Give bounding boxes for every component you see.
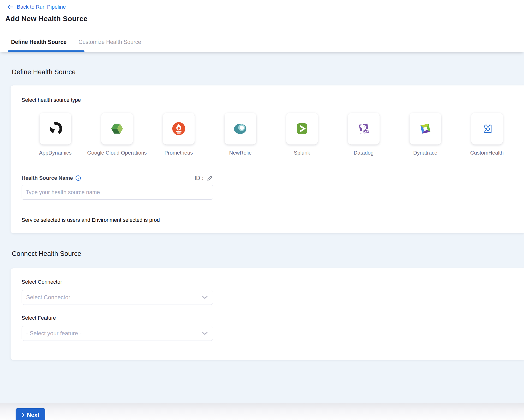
- chevron-down-icon: [202, 296, 208, 299]
- back-arrow-icon: [8, 4, 14, 9]
- datadog-tile[interactable]: [348, 113, 380, 144]
- header-top: Back to Run Pipeline Add New Health Sour…: [0, 0, 524, 32]
- tile-label: NewRelic: [229, 150, 252, 156]
- google-cloud-operations-tile[interactable]: [101, 113, 133, 144]
- feature-placeholder: - Select your feature -: [26, 330, 82, 337]
- newrelic-tile[interactable]: [225, 113, 256, 144]
- tile-label: Google Cloud Operations: [87, 150, 147, 156]
- splunk-icon: [294, 121, 310, 136]
- tile-label: AppDynamics: [39, 150, 72, 156]
- tile-label: Datadog: [354, 150, 374, 156]
- footer-bar: Next: [0, 403, 524, 420]
- dynatrace-tile[interactable]: [410, 113, 441, 144]
- prometheus-icon: [171, 121, 186, 136]
- tile-label: Splunk: [294, 150, 310, 156]
- select-feature-label: Select Feature: [22, 315, 524, 321]
- define-health-source-card: Select health source type AppDynamics: [10, 86, 524, 233]
- back-link-label: Back to Run Pipeline: [17, 4, 66, 10]
- chevron-down-icon: [202, 332, 208, 335]
- info-icon[interactable]: [75, 175, 81, 181]
- select-connector-label: Select Connector: [22, 279, 524, 285]
- google-cloud-operations-icon: [110, 122, 124, 136]
- appdynamics-icon: [47, 121, 63, 137]
- tile-label: Dynatrace: [413, 150, 437, 156]
- customhealth-icon: [479, 121, 495, 136]
- source-type-dynatrace[interactable]: Dynatrace: [394, 113, 456, 156]
- page-title: Add New Health Source: [5, 15, 524, 23]
- feature-dropdown[interactable]: - Select your feature -: [22, 326, 213, 341]
- prometheus-tile[interactable]: [163, 113, 195, 144]
- next-button[interactable]: Next: [16, 408, 45, 420]
- appdynamics-tile[interactable]: [40, 113, 71, 144]
- tile-label: CustomHealth: [470, 150, 504, 156]
- splunk-tile[interactable]: [286, 113, 318, 144]
- source-type-splunk[interactable]: Splunk: [271, 113, 333, 156]
- active-tab-underline: [8, 50, 84, 52]
- health-source-name-input[interactable]: [22, 185, 213, 200]
- source-type-datadog[interactable]: Datadog: [333, 113, 394, 156]
- source-type-newrelic[interactable]: NewRelic: [210, 113, 271, 156]
- datadog-icon: [356, 121, 371, 136]
- define-section-heading: Define Health Source: [12, 52, 524, 76]
- source-type-appdynamics[interactable]: AppDynamics: [25, 113, 86, 156]
- main-content: Define Health Source Select health sourc…: [0, 52, 524, 360]
- dynatrace-icon: [418, 121, 433, 136]
- tile-label: Prometheus: [164, 150, 193, 156]
- tab-bar: Define Health Source Customize Health So…: [0, 32, 524, 52]
- source-type-customhealth[interactable]: CustomHealth: [456, 113, 518, 156]
- select-source-type-label: Select health source type: [22, 97, 524, 103]
- back-to-run-pipeline-link[interactable]: Back to Run Pipeline: [8, 3, 524, 10]
- tab-define-health-source[interactable]: Define Health Source: [11, 39, 66, 45]
- service-environment-note: Service selected is users and Environmen…: [22, 217, 524, 223]
- connect-section-heading: Connect Health Source: [12, 250, 524, 258]
- customhealth-tile[interactable]: [471, 113, 503, 144]
- tab-customize-health-source[interactable]: Customize Health Source: [79, 39, 141, 45]
- newrelic-icon: [233, 121, 248, 136]
- chevron-right-icon: [22, 412, 25, 417]
- source-type-prometheus[interactable]: Prometheus: [148, 113, 210, 156]
- connector-placeholder: Select Connector: [26, 294, 70, 301]
- next-button-label: Next: [27, 411, 39, 418]
- health-source-name-row: Health Source Name ID :: [22, 175, 213, 181]
- edit-pencil-icon[interactable]: [207, 175, 213, 181]
- page-header: Back to Run Pipeline Add New Health Sour…: [0, 0, 524, 52]
- connector-dropdown[interactable]: Select Connector: [22, 290, 213, 305]
- connect-health-source-card: Select Connector Select Connector Select…: [10, 268, 524, 360]
- source-type-google-cloud-operations[interactable]: Google Cloud Operations: [86, 113, 148, 156]
- health-source-name-label: Health Source Name: [22, 175, 73, 181]
- source-type-tiles: AppDynamics Google Cloud Operations: [25, 113, 524, 156]
- id-label: ID :: [195, 175, 203, 181]
